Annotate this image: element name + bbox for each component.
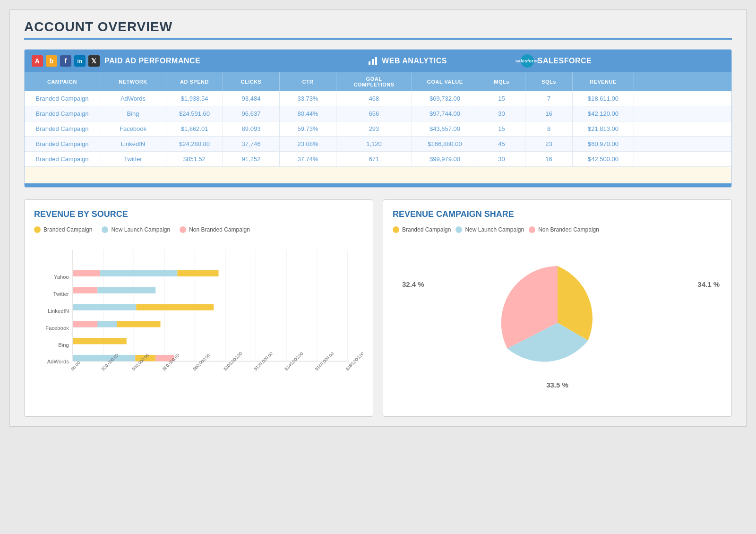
table-row: Branded CampaignTwitter$851.5291,25237.7… [25, 152, 731, 167]
revenue-by-source-title: REVENUE BY SOURCE [34, 209, 363, 219]
column-headers: CAMPAIGN NETWORK AD SPEND CLICKS CTR GOA… [25, 72, 731, 91]
cell-row4-col9: $42,500.00 [573, 152, 634, 166]
twitter-icon: 𝕏 [88, 55, 100, 67]
svg-rect-26 [117, 321, 160, 327]
cell-row2-col0: Branded Campaign [25, 121, 100, 136]
cell-row3-col1: LinkedIN [100, 137, 166, 151]
cell-row4-col4: 37.74% [280, 152, 336, 166]
cell-row1-col1: Bing [100, 106, 166, 121]
col-network: NETWORK [100, 72, 166, 91]
legend-non-branded-label: Non Branded Campaign [189, 226, 250, 233]
svg-rect-20 [73, 355, 135, 361]
svg-text:LinkedIN: LinkedIN [48, 308, 69, 314]
svg-rect-2 [375, 57, 377, 65]
cell-row2-col1: Facebook [100, 121, 166, 136]
legend-new-launch-label: New Launch Campaign [111, 226, 170, 233]
cell-row1-col8: 16 [525, 106, 573, 121]
cell-row3-col8: 23 [525, 137, 573, 151]
cell-row1-col3: 96,637 [223, 106, 280, 121]
cell-row3-col5: 1,120 [336, 137, 412, 151]
cell-row0-col5: 468 [336, 91, 412, 106]
table-row: Branded CampaignFacebook$1,862.0189,0935… [25, 121, 731, 137]
pie-label-new-launch: 33.5 % [546, 381, 568, 389]
pie-legend-new-launch-label: New Launch Campaign [465, 226, 524, 233]
pie-label-branded: 34.1 % [697, 280, 720, 288]
legend-new-launch: New Launch Campaign [102, 226, 170, 233]
salesforce-logo: salesforce [521, 54, 534, 68]
paid-ad-section-header: A b f in 𝕏 PAID AD PERFORMANCE [25, 50, 336, 72]
legend-branded-label: Branded Campaign [43, 226, 92, 233]
pie-legend-branded-label: Branded Campaign [402, 226, 451, 233]
cell-row4-col0: Branded Campaign [25, 152, 100, 166]
revenue-by-source-chart: REVENUE BY SOURCE Branded Campaign New L… [24, 199, 373, 417]
page-title: ACCOUNT OVERVIEW [24, 19, 732, 34]
cell-row4-col2: $851.52 [166, 152, 223, 166]
table-section-headers: A b f in 𝕏 PAID AD PERFORMANCE WEB ANALY… [25, 50, 731, 72]
linkedin-icon: in [74, 55, 86, 67]
table-row: Branded CampaignAdWords$1,938.5493,48433… [25, 91, 731, 106]
svg-rect-31 [97, 287, 155, 293]
pie-legend-non-branded-label: Non Branded Campaign [538, 226, 599, 233]
cell-row2-col6: $43,657.00 [412, 121, 478, 136]
cell-row0-col2: $1,938.54 [166, 91, 223, 106]
col-clicks: CLICKS [223, 72, 280, 91]
svg-text:Bing: Bing [58, 342, 69, 348]
svg-rect-24 [73, 338, 127, 344]
pie-label-non-branded: 32.4 % [402, 280, 424, 288]
cell-row0-col8: 7 [525, 91, 573, 106]
col-goal-value: GOAL VALUE [412, 72, 478, 91]
col-mqls: MQLs [478, 72, 525, 91]
pie-legend-non-branded-dot [529, 226, 535, 233]
cell-row4-col1: Twitter [100, 152, 166, 166]
cell-row1-col0: Branded Campaign [25, 106, 100, 121]
col-ad-spend: AD SPEND [166, 72, 223, 91]
cell-row2-col8: 8 [525, 121, 573, 136]
svg-rect-0 [369, 61, 370, 65]
cell-row3-col7: 45 [478, 137, 525, 151]
svg-rect-28 [73, 304, 136, 310]
cell-row0-col7: 15 [478, 91, 525, 106]
cell-row0-col0: Branded Campaign [25, 91, 100, 106]
facebook-icon: f [60, 55, 71, 67]
revenue-campaign-share-chart: REVENUE CAMPAIGN SHARE Branded Campaign … [383, 199, 732, 417]
cell-row3-col0: Branded Campaign [25, 137, 100, 151]
cell-row1-col5: 656 [336, 106, 412, 121]
svg-rect-33 [100, 270, 177, 276]
col-ctr: CTR [280, 72, 336, 91]
cell-row0-col3: 93,484 [223, 91, 280, 106]
pie-legend-branded-dot [393, 226, 399, 233]
cell-row4-col5: 671 [336, 152, 412, 166]
cell-row4-col7: 30 [478, 152, 525, 166]
cell-row1-col4: 80.44% [280, 106, 336, 121]
charts-row: REVENUE BY SOURCE Branded Campaign New L… [24, 199, 732, 417]
cell-row3-col4: 23.08% [280, 137, 336, 151]
svg-text:AdWords: AdWords [47, 359, 69, 364]
paid-ad-label: PAID AD PERFORMANCE [104, 57, 200, 65]
col-goal-completions: GOALCOMPLETIONS [336, 72, 412, 91]
legend-branded-dot [34, 226, 41, 233]
svg-rect-1 [372, 59, 374, 65]
cell-row3-col3: 37,746 [223, 137, 280, 151]
cell-row3-col6: $166,880.00 [412, 137, 478, 151]
pie-legend-new-launch: New Launch Campaign [455, 226, 524, 233]
pie-legend-branded: Branded Campaign [393, 226, 451, 233]
cell-row1-col6: $97,744.00 [412, 106, 478, 121]
cell-row2-col4: 59.73% [280, 121, 336, 136]
svg-text:Yahoo: Yahoo [54, 274, 69, 280]
cell-row4-col8: 16 [525, 152, 573, 166]
bing-icon: b [46, 55, 57, 67]
cell-row1-col9: $42,120.00 [573, 106, 634, 121]
svg-rect-34 [177, 270, 218, 276]
svg-rect-29 [136, 304, 214, 310]
adwords-icon: A [32, 55, 43, 67]
revenue-campaign-share-title: REVENUE CAMPAIGN SHARE [393, 209, 722, 219]
pie-chart-svg [477, 242, 638, 403]
cell-row0-col6: $69,732.00 [412, 91, 478, 106]
svg-rect-27 [73, 321, 97, 327]
web-analytics-label: WEB ANALYTICS [382, 57, 447, 65]
pie-legend: Branded Campaign New Launch Campaign Non… [393, 226, 722, 233]
cell-row1-col2: $24,591.60 [166, 106, 223, 121]
svg-rect-32 [73, 270, 100, 276]
legend-non-branded-dot [180, 226, 186, 233]
legend-branded: Branded Campaign [34, 226, 92, 233]
